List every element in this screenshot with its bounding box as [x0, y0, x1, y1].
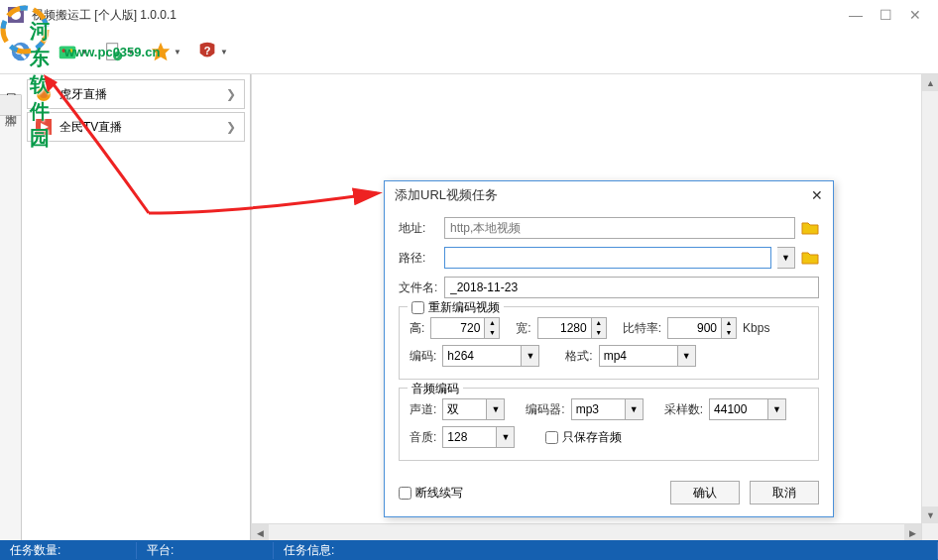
address-input[interactable]: [444, 217, 795, 239]
vertical-scrollbar[interactable]: ▲ ▼: [921, 74, 938, 540]
svg-point-8: [62, 49, 66, 53]
side-tabs: 扩展 脚本: [0, 74, 22, 540]
width-input[interactable]: [537, 317, 592, 339]
height-up[interactable]: ▲: [485, 318, 499, 328]
svg-rect-7: [59, 46, 76, 58]
quality-select[interactable]: [442, 426, 497, 448]
toolbar-button-2[interactable]: ▼: [57, 36, 88, 67]
side-tab-scripts[interactable]: 脚本: [0, 95, 21, 116]
svg-point-5: [15, 46, 24, 55]
close-button[interactable]: ✕: [900, 3, 930, 27]
chevron-right-icon: ❯: [226, 120, 236, 134]
toolbar: ▼ ▼ ✓ ▼ ▼ ? ▼: [0, 30, 938, 74]
minimize-button[interactable]: —: [841, 3, 871, 27]
dialog-titlebar: 添加URL视频任务 ✕: [385, 181, 833, 209]
bitrate-label: 比特率:: [623, 320, 661, 337]
toolbar-button-4[interactable]: ▼: [150, 36, 181, 67]
horizontal-scrollbar[interactable]: ◀ ▶: [252, 523, 921, 540]
reencode-video-label: 重新编码视频: [428, 299, 500, 316]
filename-input[interactable]: [444, 277, 819, 298]
svg-marker-13: [152, 43, 170, 60]
audio-codec-dropdown[interactable]: ▼: [626, 398, 644, 420]
status-info: 任务信息:: [274, 542, 938, 559]
quanmin-icon: [36, 119, 52, 135]
add-url-dialog: 添加URL视频任务 ✕ 地址: 路径: ▼ 文件名: 重新编码视频 高: ▲▼: [384, 180, 834, 517]
resume-checkbox[interactable]: [399, 487, 411, 500]
filename-label: 文件名:: [399, 280, 438, 296]
sidebar-item-label: 全民TV直播: [59, 119, 122, 136]
toolbar-button-3[interactable]: ✓ ▼: [103, 36, 135, 67]
side-tab-extensions[interactable]: 扩展: [0, 74, 22, 95]
audio-only-label: 只保存音频: [562, 429, 622, 446]
cancel-button[interactable]: 取消: [750, 481, 819, 504]
video-format-dropdown[interactable]: ▼: [678, 345, 696, 367]
folder-icon[interactable]: [801, 250, 819, 266]
titlebar: 视频搬运工 [个人版] 1.0.0.1 — ☐ ✕: [0, 0, 938, 30]
video-format-label: 格式:: [565, 348, 592, 365]
ok-button[interactable]: 确认: [670, 481, 740, 504]
svg-text:✓: ✓: [115, 52, 121, 60]
sidebar-item-label: 虎牙直播: [59, 86, 107, 103]
bitrate-down[interactable]: ▼: [722, 328, 736, 338]
reencode-video-checkbox[interactable]: [411, 301, 424, 314]
video-codec-select[interactable]: [442, 345, 522, 367]
dialog-title: 添加URL视频任务: [395, 186, 498, 204]
svg-point-3: [11, 10, 21, 20]
width-down[interactable]: ▼: [592, 328, 606, 338]
scroll-down-button[interactable]: ▼: [922, 506, 938, 523]
svg-point-9: [69, 49, 73, 53]
dialog-close-button[interactable]: ✕: [811, 187, 823, 203]
scroll-up-button[interactable]: ▲: [922, 74, 938, 91]
channel-label: 声道:: [410, 401, 436, 418]
huya-icon: [36, 86, 52, 102]
audio-codec-select[interactable]: [571, 398, 626, 420]
status-platform: 平台:: [137, 542, 274, 559]
address-label: 地址:: [399, 220, 438, 237]
folder-icon[interactable]: [801, 220, 819, 236]
bitrate-up[interactable]: ▲: [722, 318, 736, 328]
bitrate-input[interactable]: [667, 317, 722, 339]
channel-dropdown[interactable]: ▼: [487, 398, 505, 420]
path-dropdown-button[interactable]: ▼: [777, 247, 795, 269]
window-title: 视频搬运工 [个人版] 1.0.0.1: [32, 7, 176, 24]
toolbar-button-help[interactable]: ? ▼: [196, 36, 228, 67]
video-encoding-group: 重新编码视频 高: ▲▼ 宽: ▲▼ 比特率: ▲▼ Kbps 编码: ▼ 格式…: [399, 306, 819, 380]
scroll-right-button[interactable]: ▶: [904, 524, 921, 541]
toolbar-button-1[interactable]: ▼: [10, 36, 42, 67]
quality-label: 音质:: [410, 429, 436, 446]
height-down[interactable]: ▼: [485, 328, 499, 338]
svg-point-16: [40, 90, 48, 98]
video-codec-dropdown[interactable]: ▼: [522, 345, 539, 367]
width-label: 宽:: [516, 320, 530, 337]
quality-dropdown[interactable]: ▼: [497, 426, 515, 448]
sidebar-item-huya[interactable]: 虎牙直播 ❯: [27, 79, 245, 109]
bitrate-unit: Kbps: [743, 321, 769, 335]
samplerate-label: 采样数:: [664, 401, 703, 418]
path-label: 路径:: [399, 250, 438, 267]
width-up[interactable]: ▲: [592, 318, 606, 328]
video-format-select[interactable]: [599, 345, 678, 367]
path-input[interactable]: [444, 247, 771, 269]
statusbar: 任务数量: 平台: 任务信息:: [0, 540, 938, 560]
chevron-right-icon: ❯: [226, 87, 236, 101]
resume-label: 断线续写: [415, 485, 463, 502]
sidebar-item-quanmin[interactable]: 全民TV直播 ❯: [27, 112, 245, 142]
audio-encoding-group: 音频编码 声道: ▼ 编码器: ▼ 采样数: ▼ 音质: ▼ 只保存音频: [399, 388, 819, 461]
video-codec-label: 编码:: [410, 348, 436, 365]
height-input[interactable]: [430, 317, 485, 339]
audio-legend: 音频编码: [411, 381, 459, 397]
audio-only-checkbox[interactable]: [545, 431, 558, 444]
channel-select[interactable]: [442, 398, 487, 420]
scroll-left-button[interactable]: ◀: [252, 524, 269, 541]
left-panel: 虎牙直播 ❯ 全民TV直播 ❯: [22, 74, 251, 540]
status-tasks: 任务数量:: [0, 542, 137, 559]
samplerate-select[interactable]: [709, 398, 768, 420]
svg-text:?: ?: [204, 45, 211, 56]
audio-codec-label: 编码器:: [526, 401, 564, 418]
maximize-button[interactable]: ☐: [871, 3, 900, 27]
app-icon: [8, 7, 24, 23]
height-label: 高:: [410, 320, 424, 337]
samplerate-dropdown[interactable]: ▼: [768, 398, 786, 420]
